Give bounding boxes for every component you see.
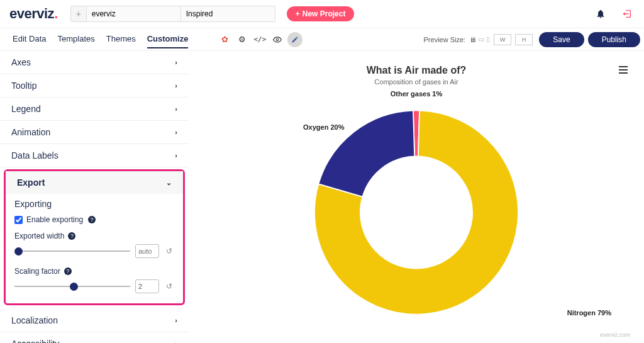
chevron-right-icon: › bbox=[175, 82, 177, 89]
chevron-down-icon: ⌄ bbox=[166, 179, 172, 187]
watermark: everviz.com bbox=[600, 332, 630, 338]
acc-animation[interactable]: Animation› bbox=[0, 121, 189, 144]
acc-tooltip[interactable]: Tooltip› bbox=[0, 74, 189, 98]
chevron-right-icon: › bbox=[175, 105, 177, 113]
scaling-factor-input[interactable] bbox=[135, 279, 159, 293]
help-icon[interactable]: ? bbox=[68, 232, 75, 240]
acc-data-labels[interactable]: Data Labels› bbox=[0, 144, 189, 167]
code-icon[interactable]: </> bbox=[252, 32, 267, 47]
chevron-right-icon: › bbox=[175, 128, 177, 136]
gear-icon[interactable]: ✿ bbox=[217, 32, 232, 47]
bell-icon[interactable] bbox=[590, 3, 611, 25]
chevron-right-icon: › bbox=[175, 59, 177, 66]
data-label-nitrogen: Nitrogen 79% bbox=[567, 309, 611, 317]
pencil-icon[interactable] bbox=[287, 32, 303, 47]
exported-width-row: Exported width? ↺ bbox=[14, 232, 174, 258]
acc-axes[interactable]: Axes› bbox=[0, 51, 189, 74]
tab-edit-data[interactable]: Edit Data bbox=[13, 30, 46, 48]
acc-export[interactable]: Export⌄ bbox=[6, 171, 183, 194]
chevron-right-icon: › bbox=[175, 340, 177, 343]
chart-card: What is Air made of? Composition of gase… bbox=[196, 57, 636, 340]
chart-canvas: What is Air made of? Composition of gase… bbox=[189, 51, 644, 343]
acc-legend[interactable]: Legend› bbox=[0, 98, 189, 121]
data-label-other: Other gases 1% bbox=[391, 90, 443, 98]
chevron-right-icon: › bbox=[175, 152, 177, 159]
scaling-factor-slider[interactable] bbox=[14, 282, 130, 291]
enable-exporting-label: Enable exporting bbox=[26, 215, 83, 224]
chart-title: What is Air made of? bbox=[196, 57, 636, 76]
plus-icon: + bbox=[296, 9, 300, 18]
help-icon[interactable]: ? bbox=[88, 216, 96, 223]
sliders-icon[interactable]: ⚙ bbox=[235, 32, 250, 47]
reset-icon[interactable]: ↺ bbox=[164, 281, 174, 291]
main: Axes› Tooltip› Legend› Animation› Data L… bbox=[0, 51, 644, 343]
preview-width-input[interactable] bbox=[494, 34, 511, 45]
preview-size-label: Preview Size: bbox=[424, 36, 466, 43]
data-label-oxygen: Oxygen 20% bbox=[303, 123, 344, 131]
export-section-highlight: Export⌄ Exporting Enable exporting ? Exp… bbox=[4, 169, 185, 305]
customize-sidebar: Axes› Tooltip› Legend› Animation› Data L… bbox=[0, 51, 189, 343]
publish-button[interactable]: Publish bbox=[588, 32, 640, 47]
tab-themes[interactable]: Themes bbox=[106, 30, 136, 48]
acc-accessibility[interactable]: Accessibility› bbox=[0, 332, 189, 343]
scaling-factor-row: Scaling factor? ↺ bbox=[14, 267, 174, 293]
enable-exporting-checkbox[interactable] bbox=[14, 216, 23, 224]
exported-width-slider[interactable] bbox=[14, 247, 130, 256]
tab-customize[interactable]: Customize bbox=[147, 30, 189, 48]
new-project-label: New Project bbox=[303, 9, 346, 18]
help-icon[interactable]: ? bbox=[64, 267, 72, 275]
desktop-icon[interactable]: 🖥 bbox=[469, 36, 476, 43]
tab-templates[interactable]: Templates bbox=[57, 30, 94, 48]
new-project-button[interactable]: + New Project bbox=[287, 6, 355, 21]
editor-tabs: Edit Data Templates Themes Customize bbox=[13, 30, 188, 48]
preview-size: Preview Size: 🖥 ▭ ▯ bbox=[424, 34, 533, 45]
logo: everviz. bbox=[6, 6, 70, 22]
save-button[interactable]: Save bbox=[539, 32, 584, 47]
reset-icon[interactable]: ↺ bbox=[164, 246, 174, 256]
chart-subtitle: Composition of gases in Air bbox=[196, 78, 636, 86]
logout-icon[interactable] bbox=[616, 3, 638, 25]
tablet-icon[interactable]: ▭ bbox=[478, 35, 484, 43]
project-sub-input[interactable] bbox=[181, 6, 275, 22]
top-bar: everviz. + + New Project bbox=[0, 0, 644, 28]
chevron-right-icon: › bbox=[175, 317, 177, 324]
project-name-input[interactable] bbox=[87, 6, 181, 22]
export-panel: Exporting Enable exporting ? Exported wi… bbox=[6, 194, 183, 303]
scaling-factor-label: Scaling factor bbox=[14, 267, 60, 276]
exported-width-label: Exported width bbox=[14, 232, 64, 240]
hamburger-icon[interactable] bbox=[619, 66, 628, 74]
tool-icons: ✿ ⚙ </> bbox=[217, 32, 303, 47]
mobile-icon[interactable]: ▯ bbox=[486, 35, 490, 43]
second-bar: Edit Data Templates Themes Customize ✿ ⚙… bbox=[0, 28, 644, 51]
add-icon[interactable]: + bbox=[70, 6, 87, 22]
eye-icon[interactable] bbox=[270, 32, 285, 47]
acc-localization[interactable]: Localization› bbox=[0, 309, 189, 332]
export-heading: Exporting bbox=[14, 199, 174, 209]
project-name-group: + bbox=[70, 6, 275, 22]
donut-chart bbox=[303, 99, 530, 327]
exported-width-input[interactable] bbox=[135, 244, 159, 258]
svg-point-0 bbox=[277, 38, 279, 41]
preview-height-input[interactable] bbox=[515, 34, 533, 45]
